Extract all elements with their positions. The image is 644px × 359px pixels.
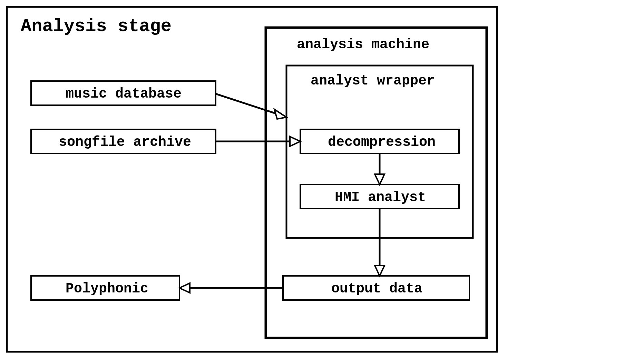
svg-marker-9 bbox=[179, 283, 190, 293]
output-data-label: output data bbox=[331, 281, 422, 297]
analysis-stage-title: Analysis stage bbox=[21, 16, 172, 37]
decompression-label: decompression bbox=[328, 134, 436, 150]
svg-line-0 bbox=[216, 94, 279, 114]
analyst-wrapper-label: analyst wrapper bbox=[311, 73, 435, 89]
svg-marker-7 bbox=[375, 266, 384, 276]
edge-decompression-to-hmi bbox=[375, 153, 384, 185]
edge-songfile-to-decompression bbox=[216, 137, 300, 146]
music-database-label: music database bbox=[66, 86, 182, 102]
svg-marker-1 bbox=[274, 109, 286, 119]
hmi-analyst-label: HMI analyst bbox=[335, 190, 426, 205]
svg-marker-5 bbox=[375, 174, 384, 185]
svg-marker-3 bbox=[290, 137, 300, 146]
edge-musicdb-to-wrapper bbox=[216, 94, 286, 119]
edge-output-to-polyphonic bbox=[179, 283, 283, 293]
polyphonic-label: Polyphonic bbox=[66, 281, 148, 297]
analysis-machine-label: analysis machine bbox=[297, 37, 429, 52]
edge-hmi-to-output bbox=[375, 209, 384, 276]
songfile-archive-label: songfile archive bbox=[59, 134, 191, 150]
